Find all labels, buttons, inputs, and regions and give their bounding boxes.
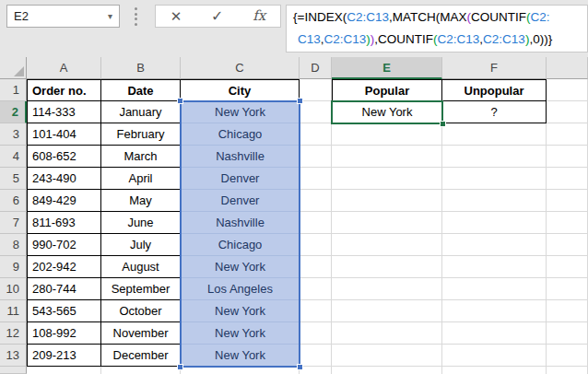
cell-E6[interactable]	[332, 190, 442, 212]
cell-D2[interactable]	[300, 101, 332, 123]
cell-C9[interactable]: New York	[181, 256, 300, 278]
cell-E7[interactable]	[332, 212, 442, 234]
row-header-8[interactable]: 8	[0, 234, 27, 256]
row-header-7[interactable]: 7	[0, 212, 27, 234]
cell-A13[interactable]: 209-213	[27, 345, 101, 367]
cell-C7[interactable]: Nashville	[181, 212, 300, 234]
cell-F1[interactable]: Unpopular	[442, 79, 547, 101]
cell-B13[interactable]: December	[101, 345, 181, 367]
column-header-C[interactable]: C	[181, 57, 300, 79]
cell-F10[interactable]	[442, 278, 547, 300]
cell-A6[interactable]: 849-429	[27, 190, 101, 212]
row-header-11[interactable]: 11	[0, 300, 27, 322]
column-header-partial[interactable]	[547, 57, 588, 79]
cell-B1[interactable]: Date	[101, 79, 181, 101]
cell-C13[interactable]: New York	[181, 345, 300, 367]
row-header-6[interactable]: 6	[0, 190, 27, 212]
cell-C3[interactable]: Chicago	[181, 123, 300, 146]
cell-A2[interactable]: 114-333	[27, 101, 101, 123]
cell-B10[interactable]: September	[101, 278, 181, 300]
cell-A4[interactable]: 608-652	[27, 146, 101, 168]
cell-B8[interactable]: July	[101, 234, 181, 256]
cell-F8[interactable]	[442, 234, 547, 256]
cell-E9[interactable]	[332, 256, 442, 278]
name-box[interactable]: E2 ▾	[6, 5, 120, 28]
range-handle[interactable]	[297, 98, 303, 104]
fill-handle[interactable]	[440, 121, 446, 127]
cell-F2[interactable]: ?	[442, 101, 547, 123]
cell-G12[interactable]	[547, 322, 588, 345]
row-header-5[interactable]: 5	[0, 168, 27, 190]
cell-G10[interactable]	[547, 278, 588, 300]
range-handle[interactable]	[177, 364, 183, 370]
cell-E2[interactable]: New York	[332, 101, 442, 123]
range-handle[interactable]	[177, 98, 183, 104]
cell-C4[interactable]: Nashville	[181, 146, 300, 168]
cell-D7[interactable]	[300, 212, 332, 234]
cell-G4[interactable]	[547, 146, 588, 168]
cell-B3[interactable]: February	[101, 123, 181, 146]
row-header-10[interactable]: 10	[0, 278, 27, 300]
cell-D3[interactable]	[300, 123, 332, 146]
cell-B2[interactable]: January	[101, 101, 181, 123]
column-header-B[interactable]: B	[101, 57, 181, 79]
cell-F5[interactable]	[442, 168, 547, 190]
row-header-3[interactable]: 3	[0, 123, 27, 146]
insert-function-icon[interactable]: fx	[253, 9, 265, 23]
cell-G2[interactable]	[547, 101, 588, 123]
cell-A3[interactable]: 101-404	[27, 123, 101, 146]
select-all-corner[interactable]	[0, 57, 27, 79]
row-header-4[interactable]: 4	[0, 146, 27, 168]
cell-B7[interactable]: June	[101, 212, 181, 234]
cell-F12[interactable]	[442, 322, 547, 345]
cell-G6[interactable]	[547, 190, 588, 212]
range-handle[interactable]	[297, 364, 303, 370]
cell-E5[interactable]	[332, 168, 442, 190]
cell-A11[interactable]: 543-565	[27, 300, 101, 322]
row-header-12[interactable]: 12	[0, 322, 27, 345]
cell-A8[interactable]: 990-702	[27, 234, 101, 256]
cell-B11[interactable]: October	[101, 300, 181, 322]
cell-F11[interactable]	[442, 300, 547, 322]
cell-F4[interactable]	[442, 146, 547, 168]
cell-E1[interactable]: Popular	[332, 79, 442, 101]
cell-C10[interactable]: Los Angeles	[181, 278, 300, 300]
cell-E3[interactable]	[332, 123, 442, 146]
cell-B9[interactable]: August	[101, 256, 181, 278]
cell-E4[interactable]	[332, 146, 442, 168]
cell-D9[interactable]	[300, 256, 332, 278]
cell-B4[interactable]: March	[101, 146, 181, 168]
cell-B6[interactable]: May	[101, 190, 181, 212]
cell-G13[interactable]	[547, 345, 588, 367]
cell-G11[interactable]	[547, 300, 588, 322]
cell-C12[interactable]: New York	[181, 322, 300, 345]
row-header-partial[interactable]	[0, 367, 27, 374]
cell-D6[interactable]	[300, 190, 332, 212]
cell-D5[interactable]	[300, 168, 332, 190]
cell-D4[interactable]	[300, 146, 332, 168]
cell-C11[interactable]: New York	[181, 300, 300, 322]
column-header-A[interactable]: A	[27, 57, 101, 79]
column-header-D[interactable]: D	[300, 57, 332, 79]
cell-G3[interactable]	[547, 123, 588, 146]
cell-D12[interactable]	[300, 322, 332, 345]
column-header-E[interactable]: E	[332, 57, 442, 79]
cell-C8[interactable]: Chicago	[181, 234, 300, 256]
row-header-2[interactable]: 2	[0, 101, 27, 123]
formula-input[interactable]: {=INDEX(C2:C13,MATCH(MAX(COUNTIF(C2: C13…	[286, 5, 588, 53]
cell-E10[interactable]	[332, 278, 442, 300]
cell-partial-row14[interactable]	[300, 367, 332, 374]
chevron-down-icon[interactable]: ▾	[108, 11, 119, 21]
enter-icon[interactable]: ✓	[211, 9, 223, 24]
cell-partial-row14[interactable]	[27, 367, 101, 374]
cell-G7[interactable]	[547, 212, 588, 234]
cell-B5[interactable]: April	[101, 168, 181, 190]
cell-G8[interactable]	[547, 234, 588, 256]
cell-B12[interactable]: November	[101, 322, 181, 345]
cell-A12[interactable]: 108-992	[27, 322, 101, 345]
cell-C6[interactable]: Denver	[181, 190, 300, 212]
cell-A10[interactable]: 280-744	[27, 278, 101, 300]
cell-partial-row14[interactable]	[181, 367, 300, 374]
formula-bar-drag-handle[interactable]	[132, 7, 139, 26]
cancel-icon[interactable]: ✕	[171, 9, 182, 23]
